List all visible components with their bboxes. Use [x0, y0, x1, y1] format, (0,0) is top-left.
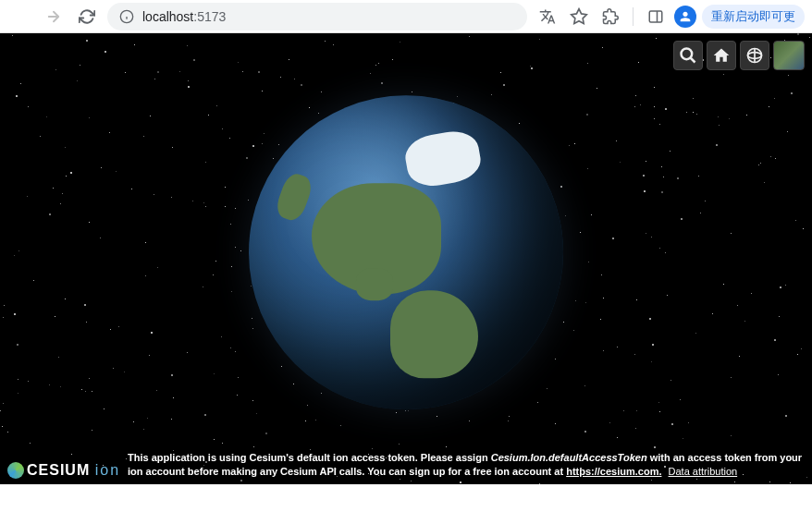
site-info-icon[interactable]: [118, 8, 135, 25]
reload-button[interactable]: [74, 4, 100, 30]
data-attribution-link[interactable]: Data attribution: [669, 466, 738, 477]
svg-point-6: [682, 49, 693, 60]
restart-update-pill[interactable]: 重新启动即可更: [702, 5, 805, 29]
svg-line-7: [691, 58, 695, 63]
cesium-logo-ion: ion: [95, 462, 120, 479]
cesium-logo-brand: CESIUM: [27, 462, 90, 479]
scene-mode-picker-icon[interactable]: [740, 41, 769, 70]
sidepanel-icon[interactable]: [643, 4, 669, 30]
forward-button[interactable]: [41, 4, 67, 30]
cesium-toolbar: [673, 41, 805, 70]
cesium-credits-bar: CESIUM ion This application is using Ces…: [0, 447, 812, 484]
base-layer-picker-icon[interactable]: [773, 41, 805, 70]
geocoder-search-button[interactable]: [673, 41, 703, 70]
bottom-white-area: [0, 484, 812, 524]
earth-globe[interactable]: [249, 95, 563, 409]
cesium-logo-icon: [7, 462, 24, 479]
back-button: [7, 4, 33, 30]
cesium-viewport[interactable]: CESIUM ion This application is using Ces…: [0, 33, 812, 484]
extensions-icon[interactable]: [597, 4, 623, 30]
cesium-logo[interactable]: CESIUM ion: [7, 462, 120, 479]
toolbar-divider: [633, 7, 634, 26]
cesium-signup-link[interactable]: https://cesium.com.: [566, 466, 661, 477]
access-token-warning: This application is using Cesium's defau…: [128, 451, 805, 479]
svg-marker-3: [572, 8, 587, 23]
address-bar[interactable]: localhost:5173: [107, 3, 527, 30]
svg-rect-4: [649, 11, 662, 22]
home-button[interactable]: [707, 41, 736, 70]
browser-toolbar: localhost:5173 重新启动即可更: [0, 0, 812, 33]
translate-icon[interactable]: [535, 4, 560, 30]
profile-avatar[interactable]: [674, 6, 696, 28]
bookmark-star-icon[interactable]: [566, 4, 592, 30]
url-text: localhost:5173: [142, 9, 226, 24]
